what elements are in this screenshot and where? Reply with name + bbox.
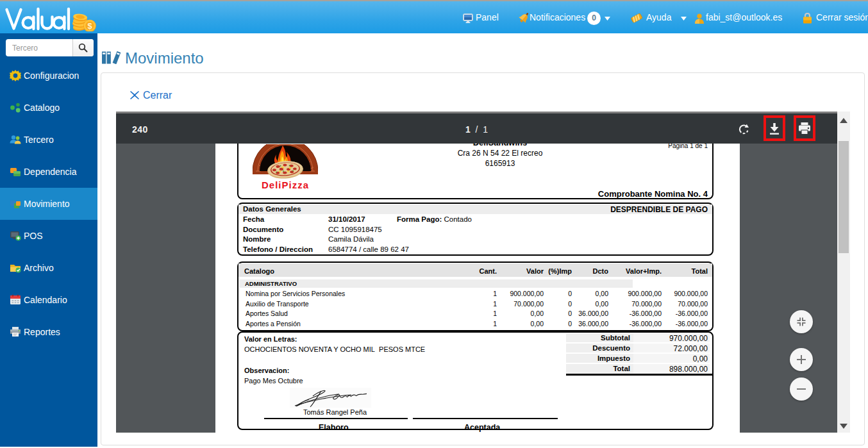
- svg-text:$: $: [87, 21, 92, 31]
